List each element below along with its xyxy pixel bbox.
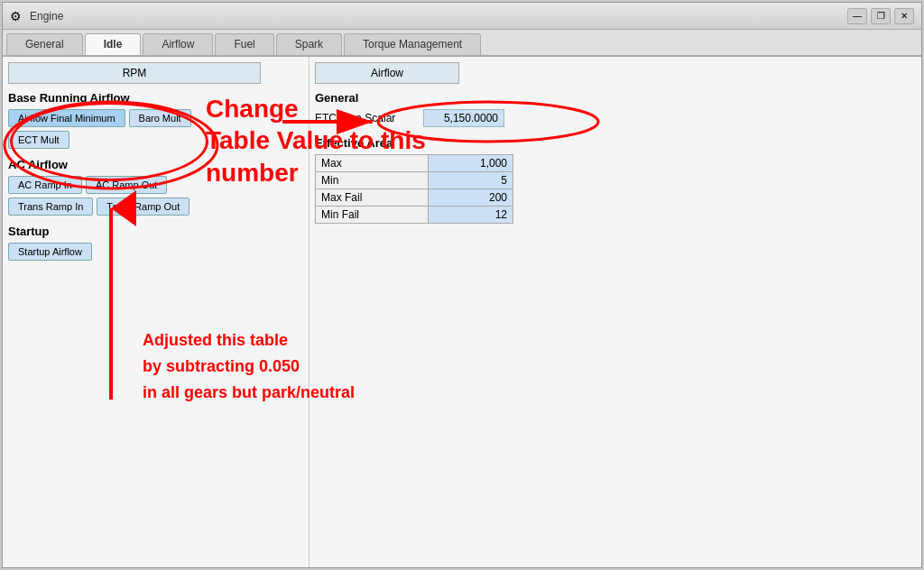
tab-idle[interactable]: Idle [85,33,142,55]
startup-airflow-button[interactable]: Startup Airflow [8,243,92,261]
content-area: RPM Base Running Airflow Airflow Final M… [3,57,921,567]
tab-bar: General Idle Airflow Fuel Spark Torque M… [3,30,921,57]
min-value[interactable]: 5 [429,172,513,189]
trans-ramp-out-button[interactable]: Trans Ramp Out [97,198,189,216]
right-panel: Airflow General ETC Area Scalar 5,150.00… [310,57,921,567]
close-button[interactable]: ✕ [894,8,914,24]
etc-area-scalar-row: ETC Area Scalar 5,150.0000 [315,109,916,127]
effective-area-table: Max 1,000 Min 5 Max Fail 200 Min Fail [315,154,513,224]
window-title: Engine [30,10,63,23]
tab-general[interactable]: General [6,33,83,55]
startup-row1: Startup Airflow [8,243,303,261]
max-fail-label: Max Fail [316,189,429,207]
general-section: General ETC Area Scalar 5,150.0000 [315,91,916,127]
table-row: Min 5 [316,172,513,189]
etc-area-scalar-label: ETC Area Scalar [315,112,423,124]
table-row: Min Fail 12 [316,207,513,224]
ac-ramp-out-button[interactable]: AC Ramp Out [86,176,167,194]
ac-airflow-row1: AC Ramp In AC Ramp Out [8,176,303,194]
effective-area-section: Effective Area Max 1,000 Min 5 Max Fail [315,136,916,224]
tab-airflow[interactable]: Airflow [143,33,213,55]
title-bar: ⚙ Engine — ❐ ✕ [3,3,921,30]
min-label: Min [316,172,429,189]
tab-torque-management[interactable]: Torque Management [344,33,481,55]
startup-section: Startup Startup Airflow [8,225,303,261]
min-fail-label: Min Fail [316,207,429,224]
base-running-airflow-title: Base Running Airflow [8,91,303,105]
minimize-button[interactable]: — [847,8,867,24]
base-running-airflow-section: Base Running Airflow Airflow Final Minim… [8,91,303,149]
ac-ramp-in-button[interactable]: AC Ramp In [8,176,82,194]
title-bar-buttons: — ❐ ✕ [847,8,914,24]
base-running-airflow-row1: Airflow Final Minimum Baro Mult [8,109,303,127]
general-title: General [315,91,916,105]
ac-airflow-title: AC Airflow [8,158,303,171]
airflow-final-minimum-button[interactable]: Airflow Final Minimum [8,109,125,127]
base-running-airflow-row2: ECT Mult [8,131,303,149]
app-icon: ⚙ [10,9,24,23]
left-panel: RPM Base Running Airflow Airflow Final M… [3,57,310,567]
table-row: Max 1,000 [316,155,513,172]
max-label: Max [316,155,429,172]
airflow-tab-label: Airflow [315,62,459,84]
ect-mult-button[interactable]: ECT Mult [8,131,69,149]
tab-spark[interactable]: Spark [276,33,342,55]
baro-mult-button[interactable]: Baro Mult [129,109,191,127]
min-fail-value[interactable]: 12 [429,207,513,224]
trans-ramp-in-button[interactable]: Trans Ramp In [8,198,93,216]
max-fail-value[interactable]: 200 [429,189,513,207]
ac-airflow-section: AC Airflow AC Ramp In AC Ramp Out Trans … [8,158,303,216]
ac-airflow-row2: Trans Ramp In Trans Ramp Out [8,198,303,216]
restore-button[interactable]: ❐ [871,8,891,24]
effective-area-title: Effective Area [315,136,916,150]
table-row: Max Fail 200 [316,189,513,207]
rpm-header: RPM [8,62,261,84]
tab-fuel[interactable]: Fuel [215,33,273,55]
etc-area-scalar-value[interactable]: 5,150.0000 [423,109,504,127]
startup-title: Startup [8,225,303,238]
max-value[interactable]: 1,000 [429,155,513,172]
